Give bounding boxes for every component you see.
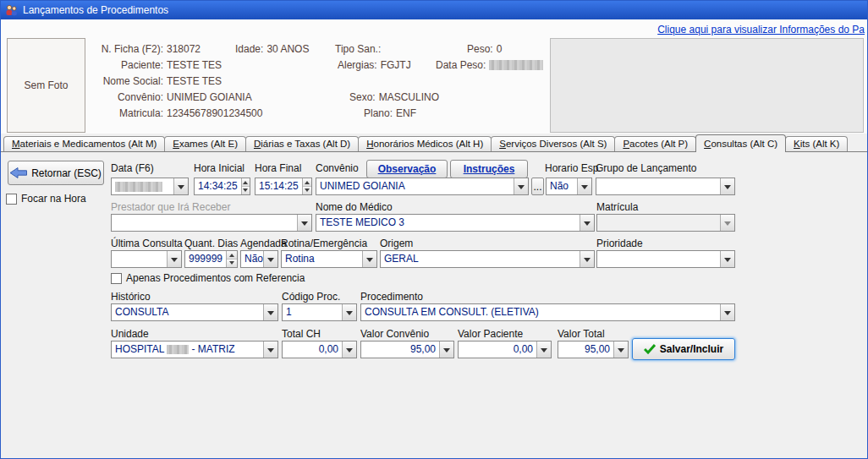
dropdown-arrow-icon[interactable]	[580, 251, 594, 267]
origem-select[interactable]: GERAL	[380, 250, 595, 268]
dropdown-arrow-icon[interactable]	[342, 304, 356, 320]
patient-data-peso: Data Peso:	[436, 59, 543, 71]
tab-diarias[interactable]: Diárias e Taxas (Alt D)	[245, 136, 359, 151]
dropdown-arrow-icon[interactable]	[720, 178, 734, 194]
ultima-consulta-value	[112, 251, 167, 267]
patient-extra-panel	[550, 38, 864, 133]
prestador-select[interactable]	[111, 214, 312, 232]
spin-up-icon[interactable]	[227, 251, 237, 260]
patient-info-link[interactable]: Clique aqui para visualizar Informações …	[657, 24, 865, 36]
dropdown-arrow-icon[interactable]	[362, 251, 376, 267]
grupo-select[interactable]	[596, 178, 735, 195]
dropdown-arrow-icon[interactable]	[613, 342, 628, 358]
salvar-label: Salvar/Incluir	[660, 343, 723, 355]
dropdown-arrow-icon[interactable]	[720, 304, 734, 320]
spin-up-icon[interactable]	[303, 178, 311, 187]
dropdown-arrow-icon[interactable]	[173, 178, 188, 194]
unidade-label: Unidade	[111, 328, 149, 340]
matricula-value	[597, 215, 720, 231]
focar-checkbox[interactable]: Focar na Hora	[6, 193, 86, 205]
more-options-button[interactable]: ...	[531, 178, 544, 195]
window-title: Lançamentos de Procedimentos	[23, 4, 168, 16]
data-value	[112, 178, 173, 194]
total-ch-label: Total CH	[282, 328, 321, 340]
alergias-value: FGJTJ	[381, 59, 411, 71]
unidade-value: HOSPITAL - MATRIZ	[112, 342, 263, 358]
retornar-button[interactable]: Retornar (ESC)	[8, 161, 104, 185]
referencia-checkbox[interactable]: Apenas Procedimentos com Referencia	[111, 272, 305, 284]
checkbox-box[interactable]	[6, 194, 17, 205]
observacao-label: Observação	[378, 163, 437, 175]
horario-esp-label: Horario Esp.	[545, 162, 602, 174]
agendada-select[interactable]: Não	[240, 250, 278, 268]
tab-servicos[interactable]: Serviços Diversos (Alt S)	[491, 136, 615, 151]
hora-inicial-label: Hora Inicial	[194, 162, 244, 174]
quant-dias-label: Quant. Dias	[184, 238, 238, 249]
data-peso-label: Data Peso:	[436, 59, 486, 71]
valor-total-select[interactable]: 95,00	[558, 341, 629, 358]
convenio-select[interactable]: UNIMED GOIANIA	[316, 178, 529, 195]
medico-select[interactable]: TESTE MEDICO 3	[316, 214, 595, 232]
dropdown-arrow-icon[interactable]	[720, 251, 734, 267]
tab-pacotes[interactable]: Pacotes (Alt P)	[614, 136, 696, 151]
quant-dias-value: 999999	[185, 251, 226, 267]
codigo-proc-value: 1	[283, 304, 342, 320]
spin-down-icon[interactable]	[242, 187, 250, 194]
prioridade-select[interactable]	[596, 250, 735, 268]
historico-select[interactable]: CONSULTA	[111, 303, 278, 321]
patient-peso: Peso: 0	[467, 43, 502, 55]
hora-inicial-spinner[interactable]: 14:34:25	[194, 178, 250, 195]
dropdown-arrow-icon[interactable]	[580, 215, 594, 231]
valor-convenio-select[interactable]: 95,00	[360, 341, 454, 358]
peso-label: Peso:	[467, 43, 493, 55]
valor-paciente-select[interactable]: 0,00	[458, 341, 552, 358]
tab-materiais[interactable]: Materiais e Medicamentos (Alt M)	[3, 136, 165, 151]
dropdown-arrow-icon[interactable]	[439, 342, 453, 358]
instrucoes-button[interactable]: Instruções	[450, 160, 528, 178]
quant-dias-spinner[interactable]: 999999	[184, 250, 238, 268]
procedimento-select[interactable]: CONSULTA EM CONSULT. (ELETIVA)	[360, 303, 735, 321]
data-select[interactable]	[111, 178, 189, 195]
patient-matricula-value: 12345678901234500	[167, 107, 262, 119]
dropdown-arrow-icon[interactable]	[167, 251, 181, 267]
salvar-button[interactable]: Salvar/Incluir	[632, 338, 735, 360]
grupo-value	[596, 178, 720, 194]
dropdown-arrow-icon[interactable]	[263, 251, 277, 267]
total-ch-select[interactable]: 0,00	[282, 341, 357, 358]
codigo-proc-select[interactable]: 1	[282, 303, 357, 321]
dropdown-arrow-icon[interactable]	[263, 342, 277, 358]
idade-label: Idade:	[235, 43, 263, 55]
spin-up-icon[interactable]	[242, 178, 250, 187]
unidade-select[interactable]: HOSPITAL - MATRIZ	[111, 341, 278, 358]
rotina-select[interactable]: Rotina	[281, 250, 377, 268]
tab-kits[interactable]: Kits (Alt K)	[785, 136, 848, 151]
medico-label: Nome do Médico	[316, 201, 393, 213]
hora-final-spinner[interactable]: 15:14:25	[255, 178, 312, 195]
dropdown-arrow-icon[interactable]	[536, 342, 551, 358]
grupo-label: Grupo de Lançamento	[596, 162, 696, 174]
photo-placeholder-label: Sem Foto	[24, 79, 68, 91]
tab-consultas[interactable]: Consultas (Alt C)	[695, 134, 786, 152]
hora-inicial-value: 14:34:25	[195, 178, 241, 194]
convenio-label: Convênio	[316, 162, 359, 174]
spin-down-icon[interactable]	[303, 187, 311, 194]
sexo-value: MASCULINO	[379, 91, 439, 103]
patient-paciente-row: Paciente: TESTE TES	[85, 59, 222, 71]
ultima-consulta-select[interactable]	[111, 250, 182, 268]
checkbox-box[interactable]	[111, 273, 122, 284]
observacao-button[interactable]: Observação	[366, 160, 448, 178]
horario-esp-select[interactable]: Não	[546, 178, 592, 195]
dropdown-arrow-icon[interactable]	[263, 304, 277, 320]
unidade-value-prefix: HOSPITAL	[115, 342, 164, 358]
dropdown-arrow-icon[interactable]	[342, 342, 356, 358]
patient-ficha-row: N. Ficha (F2): 318072	[85, 43, 201, 55]
dropdown-arrow-icon[interactable]	[577, 178, 591, 194]
dropdown-arrow-icon[interactable]	[297, 215, 311, 231]
tab-exames[interactable]: Exames (Alt E)	[164, 136, 246, 151]
patient-convenio-row: Convênio: UNIMED GOIANIA	[85, 91, 252, 103]
spin-down-icon[interactable]	[227, 260, 237, 267]
tab-honorarios[interactable]: Honorários Médicos (Alt H)	[358, 136, 492, 151]
dropdown-arrow-icon[interactable]	[514, 178, 528, 194]
origem-value: GERAL	[381, 251, 580, 267]
procedimento-label: Procedimento	[360, 291, 423, 303]
